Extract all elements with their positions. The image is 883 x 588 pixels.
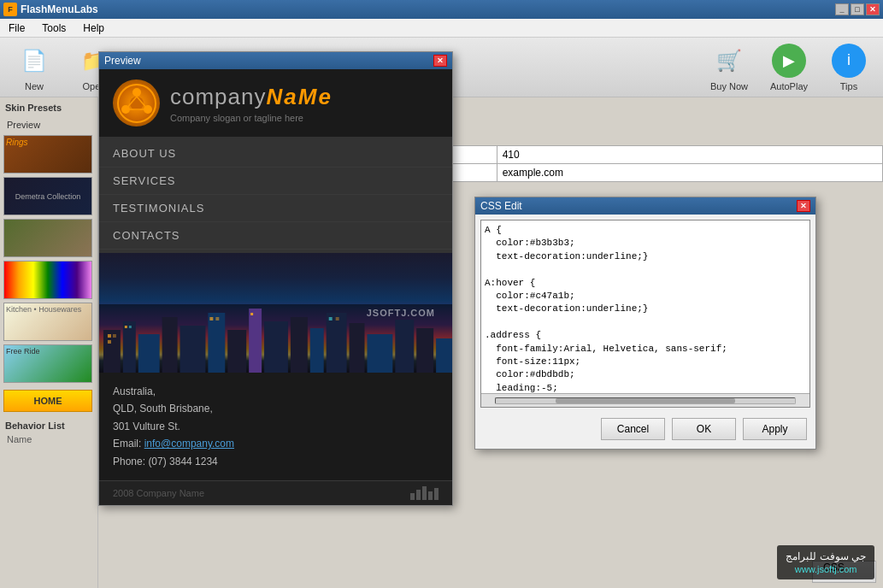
- svg-point-1: [132, 88, 141, 97]
- email-label: Email:: [113, 438, 144, 450]
- minimize-button[interactable]: _: [835, 3, 849, 15]
- scrollbar-track: [495, 397, 796, 404]
- tips-icon: i: [832, 44, 866, 78]
- css-dialog-close-button[interactable]: ✕: [797, 200, 810, 212]
- svg-rect-26: [108, 334, 111, 338]
- app-icon: F: [3, 3, 17, 16]
- preview-label: Preview: [3, 118, 94, 132]
- svg-rect-33: [250, 313, 253, 315]
- buy-now-button[interactable]: 🛒 Buy Now: [703, 44, 755, 91]
- skin-photo[interactable]: [3, 219, 92, 257]
- autoplay-button[interactable]: ▶ AutoPlay: [763, 44, 815, 91]
- app-title: FlashMenuLabs: [21, 3, 98, 15]
- svg-point-4: [130, 97, 144, 110]
- svg-rect-10: [123, 321, 136, 373]
- menu-file[interactable]: File: [3, 21, 30, 36]
- new-icon: 📄: [17, 44, 51, 78]
- svg-rect-16: [249, 309, 262, 373]
- site-watermark: جي سوفت للبرامج www.jsoftj.com: [777, 545, 874, 579]
- skin-bike[interactable]: Free Ride: [3, 344, 92, 383]
- skin-color[interactable]: [3, 261, 92, 299]
- email-link[interactable]: info@company.com: [144, 438, 234, 450]
- svg-rect-22: [367, 334, 392, 373]
- svg-rect-13: [180, 326, 206, 373]
- new-button[interactable]: 📄 New: [9, 44, 60, 91]
- svg-rect-25: [436, 338, 452, 373]
- svg-rect-28: [108, 340, 111, 344]
- close-button[interactable]: ✕: [866, 3, 880, 15]
- title-bar: F FlashMenuLabs _ □ ✕: [0, 0, 883, 19]
- svg-rect-20: [327, 313, 347, 373]
- watermark-arabic: جي سوفت للبرامج: [786, 550, 866, 562]
- svg-rect-21: [350, 323, 365, 373]
- bar-4: [428, 491, 433, 500]
- svg-rect-35: [336, 317, 339, 320]
- nav-about[interactable]: About Us: [99, 140, 452, 168]
- bar-2: [416, 490, 421, 500]
- sidebar: Skin Presets Preview Rings Demetra Colle…: [0, 97, 98, 588]
- skin-presets-title: Skin Presets: [3, 101, 94, 115]
- company-name-bold: NaMe: [267, 84, 333, 109]
- svg-rect-11: [138, 334, 160, 373]
- ok-button[interactable]: OK: [672, 418, 736, 440]
- prop-value[interactable]: example.com: [497, 164, 882, 182]
- contact-phone: Phone: (07) 3844 1234: [113, 453, 439, 470]
- scrollbar-thumb: [556, 398, 735, 403]
- behavior-section: Behavior List Name: [3, 419, 94, 446]
- svg-rect-14: [208, 313, 225, 373]
- contact-line3: 301 Vulture St.: [113, 418, 439, 435]
- css-horizontal-scrollbar[interactable]: [481, 393, 809, 407]
- name-label: Name: [3, 432, 94, 446]
- svg-rect-24: [416, 328, 433, 373]
- css-textarea[interactable]: A { color:#b3b3b3; text-decoration:under…: [481, 220, 809, 393]
- svg-rect-19: [310, 328, 324, 373]
- window-controls: _ □ ✕: [835, 3, 880, 15]
- preview-window: Preview ✕ companyNaMe Company slogan or …: [98, 51, 453, 506]
- home-button[interactable]: HOME: [3, 390, 92, 412]
- preview-close-button[interactable]: ✕: [433, 55, 447, 67]
- svg-rect-23: [395, 320, 414, 373]
- svg-rect-34: [329, 317, 333, 320]
- css-dialog-buttons: Cancel OK Apply: [475, 413, 815, 449]
- skin-rings[interactable]: Rings: [3, 135, 92, 173]
- css-dialog-titlebar: CSS Edit ✕: [475, 197, 815, 215]
- svg-rect-12: [162, 317, 178, 373]
- preview-titlebar: Preview ✕: [99, 52, 452, 69]
- apply-button[interactable]: Apply: [743, 418, 807, 440]
- nav-testimonials[interactable]: Testimonials: [99, 195, 452, 222]
- tips-button[interactable]: i Tips: [823, 44, 874, 91]
- autoplay-icon: ▶: [772, 44, 806, 78]
- skin-demetra[interactable]: Demetra Collection: [3, 177, 92, 215]
- city-image: JSOFTJ.COM: [99, 253, 452, 373]
- cancel-button[interactable]: Cancel: [601, 418, 665, 440]
- behavior-list-title: Behavior List: [3, 419, 94, 432]
- menu-help[interactable]: Help: [78, 21, 109, 36]
- preview-watermark: JSOFTJ.COM: [367, 308, 435, 318]
- bar-5: [434, 488, 439, 500]
- menu-tools[interactable]: Tools: [37, 21, 71, 36]
- contact-email: Email: info@company.com: [113, 435, 439, 452]
- bar-3: [422, 486, 427, 500]
- phone-label: Phone:: [113, 456, 148, 467]
- company-name-normal: company: [170, 84, 267, 109]
- css-button-area: CSS: [98, 556, 883, 588]
- css-textarea-container: A { color:#b3b3b3; text-decoration:under…: [480, 220, 810, 408]
- nav-services[interactable]: Services: [99, 168, 452, 195]
- svg-rect-17: [264, 321, 288, 373]
- footer-bars: [410, 486, 439, 500]
- home-label: HOME: [34, 396, 62, 406]
- svg-rect-27: [113, 334, 116, 338]
- svg-rect-32: [215, 317, 219, 320]
- phone-number: (07) 3844 1234: [148, 456, 217, 467]
- restore-button[interactable]: □: [851, 3, 864, 15]
- contact-line2: QLD, South Brisbane,: [113, 400, 439, 417]
- nav-contacts[interactable]: Contacts: [99, 222, 452, 250]
- css-edit-dialog: CSS Edit ✕ A { color:#b3b3b3; text-decor…: [474, 197, 816, 450]
- menu-bar: File Tools Help: [0, 19, 883, 38]
- svg-rect-9: [103, 330, 121, 373]
- svg-rect-29: [125, 326, 127, 328]
- prop-value[interactable]: 410: [497, 146, 882, 164]
- skin-kitchen[interactable]: Kitchen • Housewares: [3, 303, 92, 341]
- preview-footer: 2008 Company Name: [99, 480, 452, 505]
- bar-1: [410, 493, 415, 500]
